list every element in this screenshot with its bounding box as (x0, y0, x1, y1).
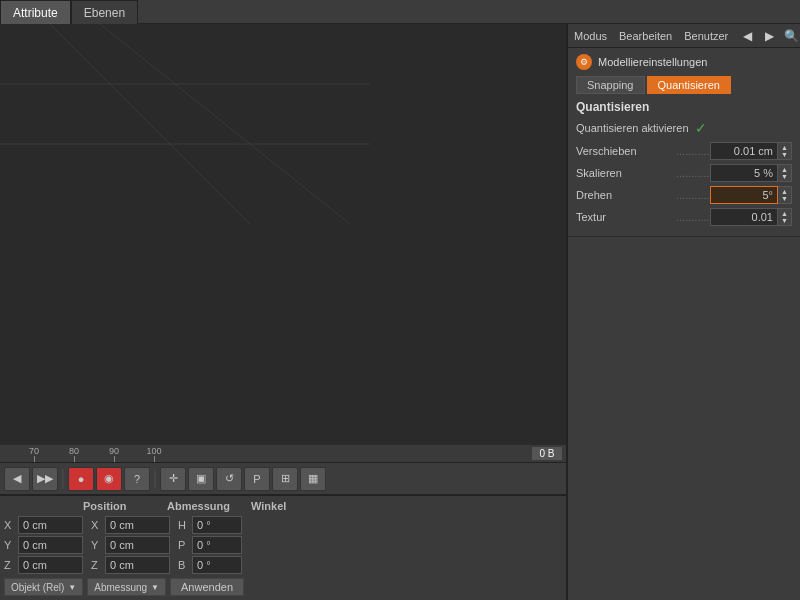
rotate-btn[interactable]: ↺ (216, 467, 242, 491)
header-position: Position (83, 500, 163, 512)
axis-x-dim: X (91, 519, 101, 531)
axis-b: B (178, 559, 188, 571)
tab-snapping[interactable]: Snapping (576, 76, 645, 94)
object-rel-dropdown[interactable]: Objekt (Rel) (4, 578, 83, 596)
prop-row-2: Drehen.............▲▼ (576, 186, 792, 204)
section-heading: Quantisieren (576, 100, 792, 114)
coords-row-y: Y Y P (4, 536, 562, 554)
prop-arrow-3[interactable]: ▲▼ (778, 208, 792, 226)
prop-arrow-0[interactable]: ▲▼ (778, 142, 792, 160)
prop-row-0: Verschieben...........▲▼ (576, 142, 792, 160)
checkmark-icon: ✓ (695, 120, 707, 136)
settings-title: Modelliereinstellungen (598, 56, 707, 68)
right-content: ⚙ Modelliereinstellungen Snapping Quanti… (568, 48, 800, 600)
ruler-mark-80: 80 (54, 446, 94, 462)
arrow-left-icon[interactable]: ◀ (738, 27, 756, 45)
tab-attribute[interactable]: Attribute (0, 0, 71, 24)
prop-dots-3: ............. (676, 211, 710, 223)
header-abmessung: Abmessung (167, 500, 247, 512)
tab-ebenen[interactable]: Ebenen (71, 0, 138, 24)
grid2-btn[interactable]: ▦ (300, 467, 326, 491)
dim-x-input[interactable] (105, 516, 170, 534)
angle-p-input[interactable] (192, 536, 242, 554)
right-toolbar: Modus Bearbeiten Benutzer ◀ ▶ 🔍 👤 🔒 ⤢ (568, 24, 800, 48)
sub-tabs: Snapping Quantisieren (576, 76, 792, 94)
coords-header: Position Abmessung Winkel (4, 500, 562, 512)
settings-icon: ⚙ (576, 54, 592, 70)
props-container: Verschieben...........▲▼Skalieren.......… (576, 142, 792, 226)
viewport-panel: 70 80 90 100 0 B ◀ ▶▶ (0, 24, 568, 600)
prop-arrow-1[interactable]: ▲▼ (778, 164, 792, 182)
help-btn[interactable]: ? (124, 467, 150, 491)
nav-back-btn[interactable]: ◀ (4, 467, 30, 491)
prop-input-0[interactable] (710, 142, 778, 160)
record2-btn[interactable]: ◉ (96, 467, 122, 491)
toolbar-sep-1 (62, 469, 64, 489)
coords-row-x: X X H (4, 516, 562, 534)
top-tab-bar: Attribute Ebenen (0, 0, 800, 24)
angle-h-input[interactable] (192, 516, 242, 534)
ruler-mark-90: 90 (94, 446, 134, 462)
select-btn[interactable]: ▣ (188, 467, 214, 491)
axis-x-pos: X (4, 519, 14, 531)
dim-y-input[interactable] (105, 536, 170, 554)
header-winkel: Winkel (251, 500, 286, 512)
search-icon[interactable]: 🔍 (782, 27, 800, 45)
viewport-canvas[interactable] (0, 24, 566, 445)
activate-label: Quantisieren aktivieren (576, 122, 689, 134)
pos-z-input[interactable] (18, 556, 83, 574)
prop-row-3: Textur.............▲▼ (576, 208, 792, 226)
move-btn[interactable]: ✛ (160, 467, 186, 491)
coords-footer: Objekt (Rel) Abmessung Anwenden (4, 578, 562, 596)
toolbar-sep-2 (154, 469, 156, 489)
nav-forward-btn[interactable]: ▶▶ (32, 467, 58, 491)
main-area: 70 80 90 100 0 B ◀ ▶▶ (0, 24, 800, 600)
prop-label-0: Verschieben (576, 145, 676, 157)
prop-dots-2: ............. (676, 189, 710, 201)
prop-input-1[interactable] (710, 164, 778, 182)
prop-label-2: Drehen (576, 189, 676, 201)
menu-bearbeiten[interactable]: Bearbeiten (617, 30, 674, 42)
settings-section: ⚙ Modelliereinstellungen Snapping Quanti… (568, 48, 800, 237)
right-panel: Modus Bearbeiten Benutzer ◀ ▶ 🔍 👤 🔒 ⤢ ⚙ … (568, 24, 800, 600)
toolbar: ◀ ▶▶ ● ◉ ? ✛ ▣ ↺ P ⊞ ▦ (0, 463, 566, 495)
prop-row-1: Skalieren.............▲▼ (576, 164, 792, 182)
menu-benutzer[interactable]: Benutzer (682, 30, 730, 42)
menu-modus[interactable]: Modus (572, 30, 609, 42)
record-btn[interactable]: ● (68, 467, 94, 491)
arrow-right-icon[interactable]: ▶ (760, 27, 778, 45)
angle-b-input[interactable] (192, 556, 242, 574)
pos-x-input[interactable] (18, 516, 83, 534)
ruler-mark-70: 70 (14, 446, 54, 462)
prop-input-2[interactable] (710, 186, 778, 204)
axis-y-dim: Y (91, 539, 101, 551)
coords-panel: Position Abmessung Winkel X X H Y Y P (0, 495, 566, 600)
axis-h: H (178, 519, 188, 531)
tab-quantisieren[interactable]: Quantisieren (647, 76, 731, 94)
axis-z-dim: Z (91, 559, 101, 571)
pivot-btn[interactable]: P (244, 467, 270, 491)
dim-z-input[interactable] (105, 556, 170, 574)
prop-dots-0: ........... (676, 145, 710, 157)
prop-label-1: Skalieren (576, 167, 676, 179)
prop-input-3[interactable] (710, 208, 778, 226)
prop-dots-1: ............. (676, 167, 710, 179)
svg-line-2 (50, 24, 250, 224)
pos-y-input[interactable] (18, 536, 83, 554)
axis-z-pos: Z (4, 559, 14, 571)
prop-label-3: Textur (576, 211, 676, 223)
axis-y-pos: Y (4, 539, 14, 551)
timeline-ruler: 70 80 90 100 0 B (0, 445, 566, 463)
settings-title-row: ⚙ Modelliereinstellungen (576, 54, 792, 70)
activate-checkbox-row: Quantisieren aktivieren ✓ (576, 120, 792, 136)
grid-btn[interactable]: ⊞ (272, 467, 298, 491)
prop-arrow-2[interactable]: ▲▼ (778, 186, 792, 204)
anwenden-button[interactable]: Anwenden (170, 578, 244, 596)
axis-p: P (178, 539, 188, 551)
abmessung-dropdown[interactable]: Abmessung (87, 578, 166, 596)
svg-line-3 (100, 24, 350, 224)
coords-row-z: Z Z B (4, 556, 562, 574)
ruler-mark-100: 100 (134, 446, 174, 462)
timeline-value: 0 B (532, 447, 562, 460)
ruler-marks: 70 80 90 100 (4, 445, 532, 462)
